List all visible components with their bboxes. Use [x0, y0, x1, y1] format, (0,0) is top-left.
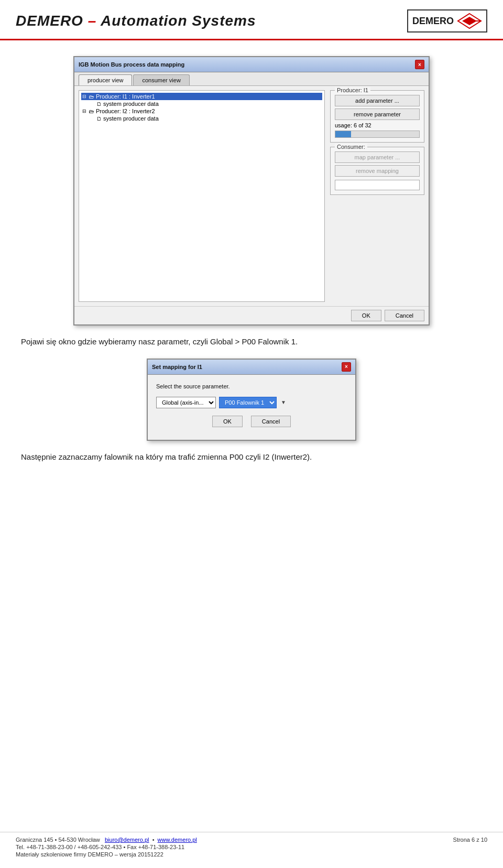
tree-icon-sysdata2: 🗋: [96, 116, 102, 122]
logo-graphic: [457, 13, 482, 29]
tree-label-producer1: Producer: I1 : Inverter1: [96, 93, 155, 100]
set-mapping-cancel-button[interactable]: Cancel: [251, 416, 291, 427]
right-panel: Producer: I1 add parameter ... remove pa…: [330, 90, 424, 302]
logo-area: DEMERO: [407, 9, 487, 32]
tree-item-sysdata2[interactable]: 🗋 system producer data: [81, 115, 322, 122]
tree-label-producer2: Producer: I2 : Inverter2: [96, 108, 155, 114]
source-select-right[interactable]: P00 Falownik 1: [219, 397, 277, 408]
set-mapping-dialog: Set mapping for I1 × Select the source p…: [147, 359, 356, 441]
tree-expand-i1: ⊟: [82, 94, 88, 99]
tree-label-sysdata1: system producer data: [103, 101, 159, 107]
footer-page-number: Strona 6 z 10: [453, 837, 487, 843]
footer-row-1: Graniczna 145 • 54-530 Wrocław biuro@dem…: [16, 837, 487, 843]
dialog-titlebar: IGB Motion Bus process data mapping ×: [74, 57, 429, 72]
ok-button[interactable]: OK: [351, 310, 381, 321]
set-mapping-footer: OK Cancel: [156, 416, 347, 431]
dialog-footer: OK Cancel: [74, 306, 429, 324]
tab-consumer-view[interactable]: consumer view: [133, 74, 189, 85]
page-footer: Graniczna 145 • 54-530 Wrocław biuro@dem…: [0, 832, 503, 858]
set-mapping-title-text: Set mapping for I1: [152, 364, 202, 370]
set-mapping-body: Select the source parameter. Global (axi…: [148, 375, 355, 440]
footer-address-email: Graniczna 145 • 54-530 Wrocław biuro@dem…: [16, 837, 197, 843]
dialog-body: ⊟ 🗁 Producer: I1 : Inverter1 🗋 system pr…: [74, 86, 429, 306]
add-parameter-button[interactable]: add parameter ...: [335, 95, 420, 106]
dropdown-arrow: ▼: [281, 399, 286, 405]
source-select-left[interactable]: Global (axis-in...: [156, 397, 216, 408]
usage-label: usage: 6 of 32: [335, 122, 420, 128]
title-demero: DEMERO: [16, 13, 83, 29]
remove-parameter-button[interactable]: remove parameter: [335, 108, 420, 120]
footer-address: Graniczna 145 • 54-530 Wrocław: [16, 837, 100, 843]
dialog-close-button[interactable]: ×: [415, 60, 424, 69]
paragraph-1: Pojawi się okno gdzie wybieramy nasz par…: [21, 336, 482, 348]
logo-text: DEMERO: [412, 16, 454, 27]
tree-panel: ⊟ 🗁 Producer: I1 : Inverter1 🗋 system pr…: [79, 90, 325, 302]
tree-item-producer-i2[interactable]: ⊟ 🗁 Producer: I2 : Inverter2: [81, 107, 322, 115]
title-automation: Automation Systems: [101, 13, 256, 29]
tree-item-sysdata1[interactable]: 🗋 system producer data: [81, 100, 322, 107]
footer-row-3: Materiały szkoleniowe firmy DEMERO – wer…: [16, 851, 487, 858]
dialog-title-text: IGB Motion Bus process data mapping: [79, 61, 184, 68]
tab-producer-view[interactable]: producer view: [79, 74, 132, 85]
set-mapping-selects: Global (axis-in... P00 Falownik 1 ▼: [156, 397, 347, 408]
dialog-tabs: producer view consumer view: [74, 72, 429, 86]
main-content: IGB Motion Bus process data mapping × pr…: [0, 40, 503, 482]
remove-mapping-button[interactable]: remove mapping: [335, 165, 420, 177]
usage-bar-bg: [335, 131, 420, 138]
footer-email-link[interactable]: biuro@demero.pl: [105, 837, 149, 843]
set-mapping-titlebar: Set mapping for I1 ×: [148, 360, 355, 375]
tree-icon-producer1: 🗁: [89, 94, 94, 100]
consumer-input-field: [335, 180, 420, 190]
logo-box: DEMERO: [407, 9, 487, 32]
tree-label-sysdata2: system producer data: [103, 115, 159, 122]
usage-bar-fill: [335, 131, 351, 137]
set-mapping-close-button[interactable]: ×: [342, 362, 351, 372]
page-header: DEMERO – Automation Systems DEMERO: [0, 0, 503, 40]
footer-row-2: Tel. +48-71-388-23-00 / +48-605-242-433 …: [16, 844, 487, 850]
footer-phone: Tel. +48-71-388-23-00 / +48-605-242-433 …: [16, 844, 184, 850]
igb-dialog-screenshot: IGB Motion Bus process data mapping × pr…: [73, 56, 430, 326]
set-mapping-instruction: Select the source parameter.: [156, 383, 347, 389]
cancel-button[interactable]: Cancel: [385, 310, 424, 321]
footer-company: Materiały szkoleniowe firmy DEMERO – wer…: [16, 851, 163, 858]
tree-expand-i2: ⊟: [82, 108, 88, 114]
set-mapping-ok-button[interactable]: OK: [212, 416, 243, 427]
footer-website-link[interactable]: www.demero.pl: [158, 837, 197, 843]
tree-icon-sysdata1: 🗋: [96, 101, 102, 107]
title-dash: –: [83, 13, 101, 29]
paragraph-2: Następnie zaznaczamy falownik na który m…: [21, 451, 482, 463]
consumer-group-label: Consumer:: [335, 144, 367, 150]
map-parameter-button[interactable]: map parameter ...: [335, 151, 420, 163]
producer-group: Producer: I1 add parameter ... remove pa…: [330, 90, 424, 143]
tree-item-producer-i1[interactable]: ⊟ 🗁 Producer: I1 : Inverter1: [81, 93, 322, 100]
consumer-group: Consumer: map parameter ... remove mappi…: [330, 147, 424, 195]
company-title: DEMERO – Automation Systems: [16, 13, 256, 29]
producer-group-label: Producer: I1: [335, 87, 370, 93]
tree-icon-producer2: 🗁: [89, 108, 94, 114]
